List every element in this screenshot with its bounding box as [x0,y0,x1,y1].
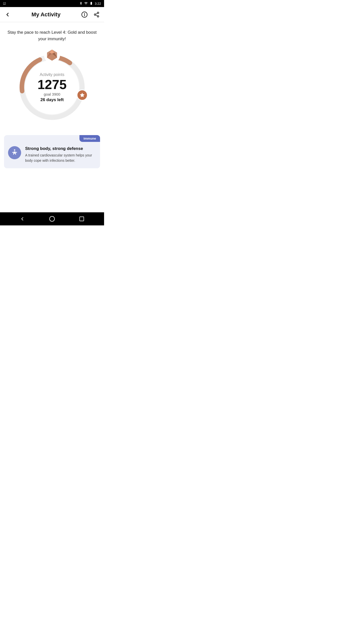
info-card-description: A trained cardiovascular system helps yo… [25,153,96,163]
share-button[interactable] [93,11,100,18]
home-nav-button[interactable] [47,214,57,224]
bottom-nav [0,212,104,225]
info-card-icon [8,146,21,159]
activity-circle: Activity points 1275 goal 3900 26 days l… [14,50,90,125]
activity-points-label: Activity points [40,72,64,77]
circle-center-text: Activity points 1275 goal 3900 26 days l… [37,72,67,102]
svg-point-22 [50,216,55,221]
page-title: My Activity [31,11,60,18]
svg-line-6 [96,15,98,16]
svg-line-7 [96,13,98,14]
signal-icon [84,2,88,6]
top-nav: My Activity [0,7,104,22]
time-display: 3:22 [95,2,101,6]
back-button[interactable] [4,11,11,18]
activity-days-left: 26 days left [40,97,64,102]
bluetooth-icon [79,2,83,6]
star-icon [77,90,88,101]
battery-icon [89,2,93,6]
svg-point-21 [14,149,15,151]
motivational-text: Stay the pace to reach Level 4: Gold and… [0,22,104,45]
recent-apps-nav-button[interactable] [77,214,87,224]
info-card-badge: immune [79,135,100,142]
status-bar: ☑ 3:22 [0,0,104,7]
activity-points-value: 1275 [37,78,67,91]
info-card: immune Strong body, strong defense A tra… [4,135,100,168]
status-bar-left: ☑ [3,2,6,6]
status-app-icon: ☑ [3,2,6,6]
gem-icon [44,47,60,63]
info-button[interactable] [81,11,88,18]
info-card-text-block: Strong body, strong defense A trained ca… [25,146,96,163]
activity-goal: goal 3900 [44,92,60,96]
svg-rect-23 [80,217,84,221]
main-content: Stay the pace to reach Level 4: Gold and… [0,22,104,212]
info-card-title: Strong body, strong defense [25,146,96,151]
nav-icons [81,11,100,18]
info-card-body: Strong body, strong defense A trained ca… [8,146,96,163]
status-bar-right: 3:22 [79,2,101,6]
svg-marker-20 [80,93,84,97]
back-nav-button[interactable] [17,214,27,224]
